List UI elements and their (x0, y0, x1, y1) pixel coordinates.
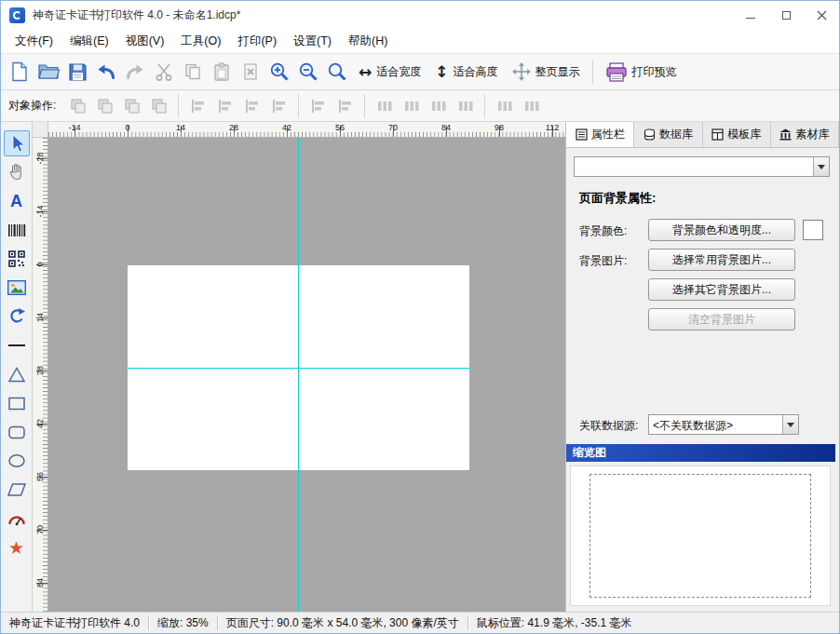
image-tool-button[interactable] (4, 275, 30, 301)
delete-button[interactable] (237, 58, 264, 86)
fit-height-button[interactable]: ↕ 适合高度 (428, 58, 504, 86)
line-tool-button[interactable] (4, 332, 30, 358)
barcode-tool-button[interactable] (4, 217, 30, 243)
object-op-button[interactable] (212, 94, 237, 118)
object-op-button[interactable] (119, 94, 144, 118)
delete-icon (241, 62, 260, 81)
menu-item-settings[interactable]: 设置(T) (285, 30, 340, 53)
object-op-button[interactable] (372, 94, 397, 118)
tab-database[interactable]: 数据库 (634, 122, 702, 147)
select-tool-button[interactable] (4, 130, 30, 156)
object-op-button[interactable] (453, 94, 478, 118)
object-op-icon (124, 98, 141, 115)
object-op-button[interactable] (266, 94, 291, 118)
object-op-button[interactable] (146, 94, 171, 118)
object-selector[interactable] (574, 156, 830, 177)
paste-button[interactable] (208, 58, 236, 86)
menu-item-help[interactable]: 帮助(H) (340, 30, 396, 53)
tab-label: 属性栏 (591, 127, 625, 142)
clear-bg-button[interactable]: 清空背景图片 (648, 308, 795, 330)
vertical-ruler[interactable]: -28 -14 0 14 28 42 56 70 84 (33, 138, 48, 612)
ruler-label: 70 (35, 516, 45, 544)
object-op-icon (310, 98, 327, 115)
minimize-button[interactable] (733, 1, 768, 29)
text-tool-button[interactable]: A (4, 188, 30, 214)
full-page-label: 整页显示 (535, 64, 580, 80)
menu-item-print[interactable]: 打印(P) (229, 30, 285, 53)
undo-button[interactable] (92, 58, 120, 86)
ruler-corner (33, 122, 48, 138)
rotate-icon (7, 307, 26, 326)
zoom-out-button[interactable] (294, 58, 322, 86)
object-op-icon (70, 98, 87, 115)
save-button[interactable] (63, 58, 91, 86)
redo-button[interactable] (121, 58, 149, 86)
open-folder-icon (37, 62, 60, 81)
cut-button[interactable] (150, 58, 178, 86)
print-preview-button[interactable]: 打印预览 (599, 58, 684, 86)
ruler-label: 42 (282, 123, 291, 132)
close-button[interactable] (804, 1, 839, 29)
bg-image-label: 背景图片: (579, 253, 627, 269)
select-common-bg-button[interactable]: 选择常用背景图片... (648, 249, 795, 271)
menu-item-tools[interactable]: 工具(O) (172, 30, 229, 53)
object-op-icon (271, 98, 288, 115)
object-op-button[interactable] (305, 94, 331, 118)
canvas[interactable] (48, 138, 565, 612)
bg-color-opacity-button[interactable]: 背景颜色和透明度... (648, 219, 795, 241)
rotate-tool-button[interactable] (4, 304, 30, 330)
object-op-button[interactable] (65, 94, 90, 118)
fit-width-button[interactable]: ↔ 适合宽度 (352, 58, 427, 86)
maximize-icon (782, 11, 791, 20)
full-page-button[interactable]: 整页显示 (506, 58, 587, 86)
close-icon (817, 10, 827, 20)
rectangle-tool-button[interactable] (4, 390, 30, 416)
object-op-button[interactable] (519, 94, 544, 118)
status-app-name: 神奇证卡证书打印软件 4.0 (1, 615, 148, 631)
title-bar: 神奇证卡证书打印软件 4.0 - 未命名1.idcp* (1, 1, 839, 29)
tab-label: 模板库 (727, 127, 761, 142)
rounded-rect-icon (7, 424, 26, 441)
copy-button[interactable] (179, 58, 207, 86)
object-op-button[interactable] (332, 94, 358, 118)
object-op-button[interactable] (185, 94, 210, 118)
gauge-tool-button[interactable] (4, 506, 30, 532)
object-op-button[interactable] (399, 94, 424, 118)
ellipse-tool-button[interactable] (4, 448, 30, 474)
maximize-button[interactable] (768, 1, 804, 29)
pan-tool-button[interactable] (4, 159, 30, 185)
open-button[interactable] (34, 58, 62, 86)
menu-item-view[interactable]: 视图(V) (117, 30, 173, 53)
object-op-icon (457, 98, 474, 115)
scissors-icon (155, 62, 173, 81)
triangle-tool-button[interactable] (4, 361, 30, 387)
tab-materials[interactable]: 素材库 (771, 122, 839, 147)
rounded-rect-tool-button[interactable] (4, 419, 30, 445)
hand-icon (7, 163, 25, 182)
tab-templates[interactable]: 模板库 (703, 122, 771, 147)
vertical-guide[interactable] (298, 138, 299, 612)
object-op-button[interactable] (492, 94, 517, 118)
star-tool-button[interactable]: ★ (4, 534, 30, 560)
object-selector-dropdown-button[interactable] (813, 157, 829, 176)
horizontal-guide[interactable] (128, 368, 469, 369)
object-op-button[interactable] (239, 94, 264, 118)
menu-item-file[interactable]: 文件(F) (7, 30, 61, 53)
tab-label: 数据库 (659, 127, 693, 142)
new-button[interactable] (6, 58, 34, 86)
datasource-select[interactable]: <不关联数据源> (648, 414, 799, 435)
datasource-dropdown-button[interactable] (782, 415, 798, 434)
ruler-label: 0 (35, 250, 45, 278)
menu-item-edit[interactable]: 编辑(E) (61, 30, 117, 53)
parallelogram-tool-button[interactable] (4, 477, 30, 503)
zoom-tool-button[interactable] (323, 58, 351, 86)
object-op-button[interactable] (426, 94, 451, 118)
zoom-in-button[interactable] (265, 58, 293, 86)
gauge-icon (7, 512, 26, 526)
select-other-bg-button[interactable]: 选择其它背景图片... (648, 278, 795, 301)
object-op-button[interactable] (92, 94, 117, 118)
new-document-icon (10, 61, 29, 82)
tab-properties[interactable]: 属性栏 (566, 122, 634, 147)
horizontal-ruler[interactable]: -14 0 14 28 42 56 70 84 98 112 (48, 122, 565, 138)
qrcode-tool-button[interactable] (4, 246, 30, 272)
